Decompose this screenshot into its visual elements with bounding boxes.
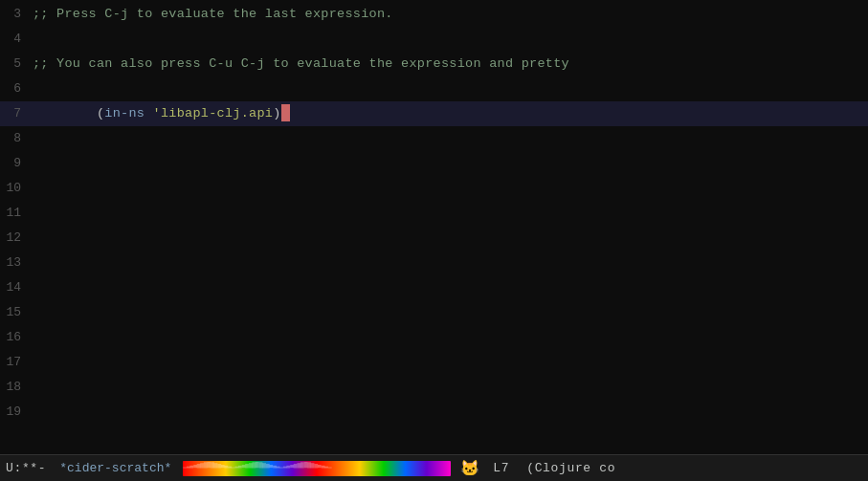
status-major-mode: (Clojure co	[526, 461, 615, 475]
line-number-15: 15	[0, 300, 29, 325]
line-17: 17	[0, 350, 868, 375]
line-number-5: 5	[0, 52, 29, 77]
line-number-6: 6	[0, 77, 29, 101]
line-number-7: 7	[0, 101, 29, 126]
line-number-9: 9	[0, 151, 29, 176]
status-buffer: *cider-scratch*	[59, 461, 171, 475]
line-3: 3 ;; Press C-j to evaluate the last expr…	[0, 2, 868, 27]
line-number-16: 16	[0, 325, 29, 350]
code-lines: 3 ;; Press C-j to evaluate the last expr…	[0, 0, 868, 454]
line-number-13: 13	[0, 251, 29, 275]
line-5: 5 ;; You can also press C-u C-j to evalu…	[0, 52, 868, 77]
nyan-cat-icon: 🐱	[460, 459, 479, 478]
line-9: 9	[0, 151, 868, 176]
line-number-4: 4	[0, 27, 29, 52]
line-4: 4	[0, 27, 868, 52]
line-content-3: ;; Press C-j to evaluate the last expres…	[29, 2, 393, 27]
line-number-11: 11	[0, 201, 29, 226]
status-mode: U:**-	[6, 461, 46, 475]
line-19: 19	[0, 400, 868, 425]
line-11: 11	[0, 201, 868, 226]
line-18: 18	[0, 375, 868, 400]
line-10: 10	[0, 176, 868, 201]
line-15: 15	[0, 300, 868, 325]
line-number-8: 8	[0, 126, 29, 151]
status-bar: U:**- *cider-scratch* 🐱 L7 (Clojure co	[0, 454, 868, 481]
line-16: 16	[0, 325, 868, 350]
line-14: 14	[0, 275, 868, 300]
line-number-18: 18	[0, 375, 29, 400]
line-number-17: 17	[0, 350, 29, 375]
nyan-rainbow	[183, 459, 451, 478]
cursor	[281, 104, 290, 121]
status-line-col: L7	[493, 461, 509, 475]
line-7: 7 (in-ns 'libapl-clj.api)	[0, 101, 868, 126]
line-number-14: 14	[0, 275, 29, 300]
line-number-10: 10	[0, 176, 29, 201]
line-12: 12	[0, 226, 868, 251]
rainbow-bar	[183, 461, 451, 476]
line-content-5: ;; You can also press C-u C-j to evaluat…	[29, 52, 569, 77]
line-number-12: 12	[0, 226, 29, 251]
line-content-7: (in-ns 'libapl-clj.api)	[29, 77, 290, 151]
line-number-19: 19	[0, 400, 29, 425]
line-number-3: 3	[0, 2, 29, 27]
line-13: 13	[0, 251, 868, 275]
editor-area[interactable]: 3 ;; Press C-j to evaluate the last expr…	[0, 0, 868, 454]
